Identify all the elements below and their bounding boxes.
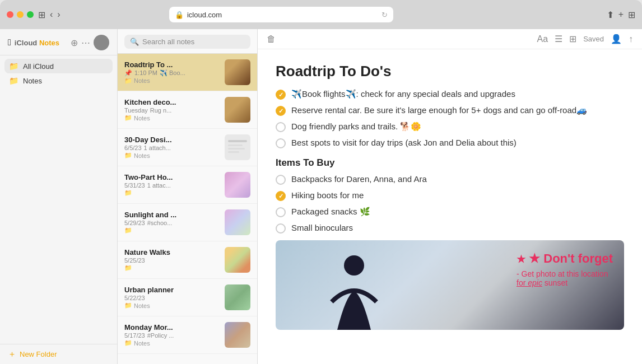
note-item[interactable]: Roadtrip To ... 📌 1:10 PM ✈️ Boo... 📁 No… bbox=[118, 54, 257, 91]
url-text: icloud.com bbox=[187, 11, 222, 19]
new-folder-button[interactable]: ＋ New Folder bbox=[8, 349, 57, 360]
note-info: Sunlight and ... 5/29/23 #schoo... 📁 bbox=[124, 211, 220, 234]
address-bar[interactable]: 🔒 icloud.com ↻ bbox=[169, 7, 393, 22]
checklist-item: Reserve rental car. Be sure it's large e… bbox=[276, 105, 624, 116]
note-thumbnail bbox=[225, 134, 250, 160]
note-title: Roadtrip To ... bbox=[124, 60, 220, 69]
sidebar:  iCloud Notes ⊕ ⋯ 📁 All iCloud 📁 Notes … bbox=[0, 29, 118, 364]
note-item[interactable]: Kitchen deco... Tuesday Rug n... 📁 Notes bbox=[118, 91, 257, 129]
note-thumbnail bbox=[225, 59, 250, 85]
note-folder: 📁 bbox=[124, 264, 220, 272]
table-button[interactable]: ⊞ bbox=[569, 34, 576, 44]
sunset-text: sunset bbox=[545, 278, 567, 287]
table-icon: ⊞ bbox=[569, 34, 576, 44]
maximize-button[interactable] bbox=[27, 11, 34, 18]
close-button[interactable] bbox=[7, 11, 13, 18]
share-icon: 👤 bbox=[611, 34, 622, 44]
sidebar-toggle-button[interactable]: ⊞ bbox=[38, 10, 45, 20]
note-folder: 📁 Notes bbox=[124, 152, 220, 159]
checkbox[interactable] bbox=[276, 207, 286, 217]
note-meta: 5/22/23 bbox=[124, 295, 220, 301]
reload-icon[interactable]: ↻ bbox=[382, 11, 388, 19]
note-detail: 🗑 Aa ☰ ⊞ Saved 👤 ↑ bbox=[258, 29, 642, 364]
note-info: Roadtrip To ... 📌 1:10 PM ✈️ Boo... 📁 No… bbox=[124, 60, 220, 85]
note-title: Sunlight and ... bbox=[124, 211, 220, 219]
note-detail-content: Roadtrip To Do's ✈️Book flights✈️: check… bbox=[258, 49, 642, 364]
minimize-button[interactable] bbox=[17, 11, 24, 18]
toolbar-right: Aa ☰ ⊞ Saved 👤 ↑ bbox=[537, 34, 633, 44]
image-overlay: ★ ★ Don't forget - Get photo at this loc… bbox=[517, 251, 613, 287]
account-button[interactable]: ⊕ bbox=[71, 35, 78, 50]
checklist-item: Packaged snacks 🌿 bbox=[276, 207, 624, 217]
note-meta: 5/25/23 bbox=[124, 257, 220, 264]
note-folder: 📁 Notes bbox=[124, 114, 220, 122]
note-folder: 📁 Notes bbox=[124, 302, 220, 309]
note-meta: 5/17/23 #Policy ... bbox=[124, 332, 220, 339]
note-info: Two-Part Ho... 5/31/23 1 attac... 📁 bbox=[124, 173, 220, 197]
folder-icon: 📁 bbox=[9, 76, 18, 85]
notes-list: 🔍 Search all notes Roadtrip To ... 📌 1:1… bbox=[118, 29, 258, 364]
back-button[interactable]: ‹ bbox=[50, 10, 53, 20]
buy-checklist-section: Backpacks for Daren, Anna, and Ara Hikin… bbox=[276, 174, 624, 234]
checkbox[interactable] bbox=[276, 175, 286, 185]
checkbox[interactable] bbox=[276, 138, 286, 148]
note-item[interactable]: 30-Day Desi... 6/5/23 1 attach... 📁 Note… bbox=[118, 129, 257, 166]
checklist-button[interactable]: ☰ bbox=[555, 34, 562, 44]
saved-status: Saved bbox=[583, 35, 604, 43]
forward-button[interactable]: › bbox=[57, 10, 60, 20]
checkbox[interactable] bbox=[276, 191, 286, 201]
sidebar-item-all-icloud[interactable]: 📁 All iCloud bbox=[4, 59, 113, 73]
avatar[interactable] bbox=[94, 35, 109, 50]
note-item[interactable]: Urban planner 5/22/23 📁 Notes bbox=[118, 279, 257, 316]
note-item[interactable]: Sunlight and ... 5/29/23 #schoo... 📁 bbox=[118, 204, 257, 241]
font-icon: Aa bbox=[537, 34, 548, 44]
checklist-item: Dog friendly parks and trails. 🐕🌼 bbox=[276, 122, 624, 132]
tabs-button[interactable]: ⊞ bbox=[628, 10, 635, 20]
checkbox[interactable] bbox=[276, 106, 286, 116]
share-note-button[interactable]: 👤 bbox=[611, 34, 622, 44]
checkbox[interactable] bbox=[276, 90, 286, 100]
folder-small-icon: 📁 bbox=[124, 227, 132, 234]
dont-forget-text: ★ ★ Don't forget bbox=[517, 251, 613, 266]
checklist-item-text: Dog friendly parks and trails. 🐕🌼 bbox=[291, 122, 421, 132]
browser-actions: ⬆ + ⊞ bbox=[607, 10, 635, 20]
lock-icon: 🔒 bbox=[175, 11, 184, 19]
note-title: Nature Walks bbox=[124, 248, 220, 256]
trash-icon: 🗑 bbox=[267, 34, 276, 44]
checklist-item: Hiking boots for me bbox=[276, 190, 624, 201]
checklist-item-text: Backpacks for Daren, Anna, and Ara bbox=[291, 174, 427, 184]
search-bar[interactable]: 🔍 Search all notes bbox=[124, 35, 250, 49]
new-tab-button[interactable]: + bbox=[618, 10, 624, 20]
checklist-item-text: ✈️Book flights✈️: check for any special … bbox=[291, 89, 515, 99]
note-item[interactable]: Monday Mor... 5/17/23 #Policy ... 📁 Note… bbox=[118, 316, 257, 354]
note-title: 30-Day Desi... bbox=[124, 136, 220, 144]
checklist-item: ✈️Book flights✈️: check for any special … bbox=[276, 89, 624, 100]
checkbox[interactable] bbox=[276, 223, 286, 234]
folder-small-icon: 📁 bbox=[124, 189, 132, 197]
delete-button[interactable]: 🗑 bbox=[267, 34, 276, 44]
note-item[interactable]: Nature Walks 5/25/23 📁 bbox=[118, 241, 257, 279]
folder-small-icon: 📁 bbox=[124, 264, 132, 272]
toolbar-left: 🗑 bbox=[267, 34, 276, 44]
search-icon: 🔍 bbox=[130, 38, 139, 46]
note-info: Monday Mor... 5/17/23 #Policy ... 📁 Note… bbox=[124, 323, 220, 347]
note-meta: 5/31/23 1 attac... bbox=[124, 182, 220, 189]
grid-button[interactable]: ⋯ bbox=[81, 35, 90, 50]
sidebar-footer: ＋ New Folder bbox=[0, 344, 117, 364]
app-logo: iCloud Notes bbox=[15, 39, 59, 47]
sidebar-nav: 📁 All iCloud 📁 Notes bbox=[0, 55, 117, 344]
note-item[interactable]: Two-Part Ho... 5/31/23 1 attac... 📁 bbox=[118, 166, 257, 204]
export-button[interactable]: ↑ bbox=[629, 34, 633, 44]
font-button[interactable]: Aa bbox=[537, 34, 548, 44]
note-meta: 5/29/23 #schoo... bbox=[124, 220, 220, 226]
checklist-icon: ☰ bbox=[555, 34, 562, 44]
checkbox[interactable] bbox=[276, 122, 286, 132]
note-thumbnail bbox=[225, 209, 250, 235]
share-browser-button[interactable]: ⬆ bbox=[607, 10, 614, 20]
sidebar-item-notes[interactable]: 📁 Notes bbox=[4, 73, 113, 88]
note-thumbnail bbox=[225, 97, 250, 123]
note-meta: 📌 1:10 PM ✈️ Boo... bbox=[124, 69, 220, 77]
note-info: Urban planner 5/22/23 📁 Notes bbox=[124, 286, 220, 309]
new-folder-label: New Folder bbox=[20, 350, 57, 358]
checklist-item: Small binoculars bbox=[276, 223, 624, 234]
